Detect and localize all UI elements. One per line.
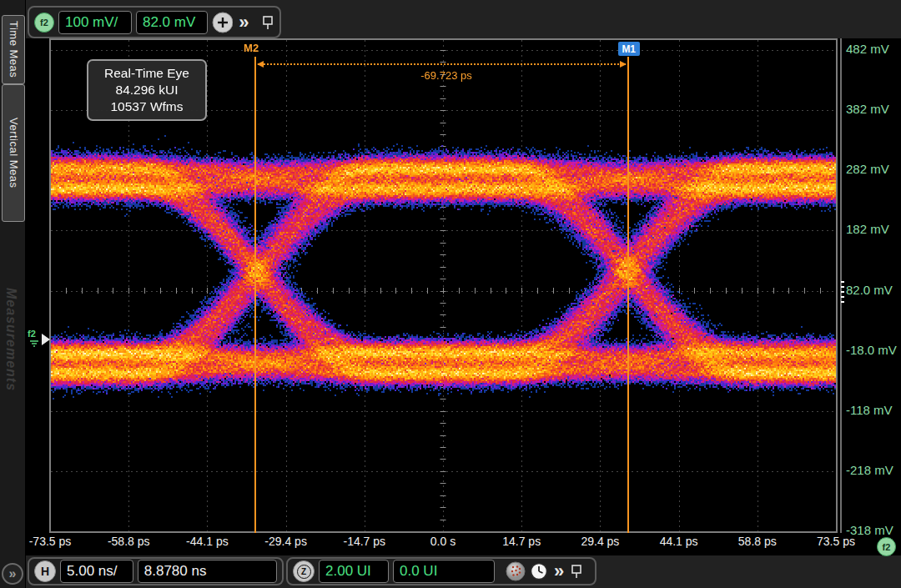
info-ui-count: 84.296 kUI [92,82,202,98]
x-axis-label: -29.4 ps [249,535,324,548]
zoom-scale-field[interactable]: 2.00 UI [319,560,389,583]
tab-time-meas[interactable]: Time Meas [2,15,25,84]
marker-delta-line [258,63,626,65]
x-axis-label: 58.8 ps [720,535,795,548]
info-waveform-count: 10537 Wfms [92,98,202,115]
pin-icon[interactable] [261,15,274,30]
add-icon[interactable] [212,12,233,33]
axis-f2-badge[interactable]: f2 [877,537,896,556]
x-axis-label: -44.1 ps [169,535,244,548]
x-axis-label: -58.8 ps [91,535,166,548]
zoom-z-badge[interactable]: Z [293,560,315,582]
measurements-watermark: Measurements [3,288,18,496]
y-axis-label: -118 mV [846,403,898,417]
expand-toolbar-icon[interactable]: » [237,14,250,31]
y-axis-label: 282 mV [846,162,898,176]
offset-reference-ticks [841,281,844,304]
horizontal-position-field[interactable]: 8.8780 ns [138,560,277,583]
horizontal-h-badge[interactable]: H [34,560,56,582]
vertical-offset-field[interactable]: 82.0 mV [136,11,208,34]
expand-zoom-toolbar-icon[interactable]: » [552,563,566,580]
marker-m1-line[interactable] [627,57,629,533]
y-axis-label: -18.0 mV [846,343,898,357]
sidebar-expand-button[interactable]: » [2,563,23,585]
tab-vertical-meas[interactable]: Vertical Meas [2,84,25,222]
channel-reference-marker[interactable]: f2 [28,327,51,354]
y-axis-label: 482 mV [846,42,898,56]
x-axis-label: -73.5 ps [13,535,88,548]
delta-arrow-right-icon [620,61,627,68]
ref-arrow-icon [42,334,50,345]
x-axis-label: 73.5 ps [798,535,873,548]
marker-m1-label[interactable]: M1 [618,42,640,56]
x-axis-label: -14.7 ps [327,535,402,548]
clock-icon[interactable] [530,562,548,580]
zoom-toolbar: Z 2.00 UI 0.0 UI » [286,557,596,585]
x-axis-label: 0.0 s [405,535,481,548]
y-axis-label: 182 mV [846,222,898,236]
info-title: Real-Time Eye [92,65,202,82]
horizontal-scale-field[interactable]: 5.00 ns/ [60,560,133,583]
marker-m2-line[interactable] [254,57,256,533]
x-axis-label: 14.7 ps [484,535,559,548]
acquisition-info-box[interactable]: Real-Time Eye 84.296 kUI 10537 Wfms [87,59,207,121]
y-axis-label: -218 mV [846,463,898,477]
y-axis-label: 382 mV [846,102,898,116]
pin-bottom-icon[interactable] [570,564,583,579]
zoom-position-field[interactable]: 0.0 UI [393,560,495,583]
delta-arrow-left-icon [257,61,264,68]
y-axis-label: 82.0 mV [846,283,898,297]
marker-m2-label[interactable]: M2 [244,42,259,54]
x-axis-label: 44.1 ps [642,535,717,548]
touch-sphere-icon[interactable] [506,561,526,581]
x-axis-label: 29.4 ps [562,535,637,548]
ref-f2-text: f2 [28,329,36,339]
oscilloscope-window: Time Meas Vertical Meas Measurements f2 … [0,0,901,588]
vertical-toolbar: f2 100 mV/ 82.0 mV » [28,6,281,38]
vertical-scale-field[interactable]: 100 mV/ [58,11,132,34]
channel-f2-badge[interactable]: f2 [34,13,54,33]
horizontal-toolbar: H 5.00 ns/ 8.8780 ns [28,557,284,585]
marker-delta-value: -69.723 ps [400,69,492,82]
